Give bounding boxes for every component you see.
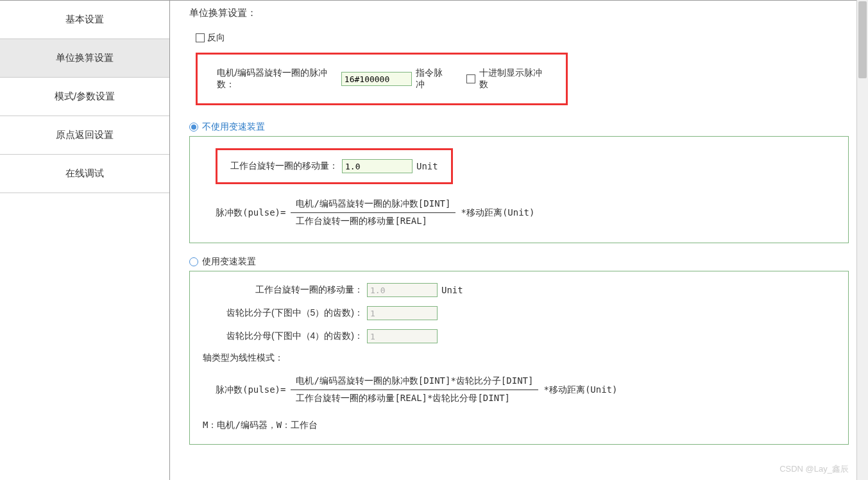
gear-move-per-rev-unit: Unit bbox=[441, 285, 463, 295]
sidebar-item-label: 模式/参数设置 bbox=[55, 90, 115, 103]
pulses-per-rev-label: 电机/编码器旋转一圈的脉冲数： bbox=[217, 67, 337, 90]
gear-move-per-rev-label: 工作台旋转一圈的移动量： bbox=[216, 284, 363, 296]
sidebar: 基本设置 单位换算设置 模式/参数设置 原点返回设置 在线调试 bbox=[0, 1, 170, 480]
formula-left: 脉冲数(pulse)= bbox=[216, 384, 285, 396]
move-per-rev-unit: Unit bbox=[416, 161, 438, 171]
sidebar-item-label: 原点返回设置 bbox=[56, 129, 114, 141]
sidebar-item-basic-settings[interactable]: 基本设置 bbox=[0, 1, 169, 39]
sidebar-item-homing[interactable]: 原点返回设置 bbox=[0, 116, 169, 155]
formula-left: 脉冲数(pulse)= bbox=[216, 207, 285, 219]
window-scrollbar[interactable] bbox=[856, 0, 868, 480]
radio-no-gear[interactable] bbox=[189, 123, 198, 132]
sidebar-item-online-debug[interactable]: 在线调试 bbox=[0, 155, 169, 193]
legend-text: M：电机/编码器，W：工作台 bbox=[203, 420, 835, 431]
sidebar-item-unit-conversion[interactable]: 单位换算设置 bbox=[0, 39, 169, 78]
formula-denominator: 工作台旋转一圈的移动量[REAL] bbox=[291, 213, 455, 230]
formula-numerator: 电机/编码器旋转一圈的脉冲数[DINT] bbox=[291, 196, 455, 213]
no-gear-group: 工作台旋转一圈的移动量： Unit 脉冲数(pulse)= 电机/编码器旋转一圈… bbox=[189, 136, 849, 243]
gear-numerator-label: 齿轮比分子(下图中（5）的齿数)： bbox=[216, 307, 363, 319]
use-gear-formula: 脉冲数(pulse)= 电机/编码器旋转一圈的脉冲数[DINT]*齿轮比分子[D… bbox=[216, 373, 835, 407]
radio-use-gear[interactable] bbox=[189, 257, 198, 266]
radio-use-gear-label: 使用变速装置 bbox=[202, 256, 256, 268]
gear-numerator-input bbox=[367, 306, 438, 320]
decimal-display-label: 十进制显示脉冲数 bbox=[479, 67, 547, 90]
sidebar-item-label: 单位换算设置 bbox=[56, 52, 114, 64]
gear-move-per-rev-input bbox=[367, 283, 438, 297]
reverse-checkbox[interactable] bbox=[196, 33, 205, 42]
formula-right: *移动距离(Unit) bbox=[461, 207, 534, 219]
formula-numerator: 电机/编码器旋转一圈的脉冲数[DINT]*齿轮比分子[DINT] bbox=[291, 373, 538, 390]
move-per-rev-highlight: 工作台旋转一圈的移动量： Unit bbox=[216, 148, 453, 184]
gear-denominator-label: 齿轮比分母(下图中（4）的齿数)： bbox=[216, 330, 363, 342]
formula-denominator: 工作台旋转一圈的移动量[REAL]*齿轮比分母[DINT] bbox=[291, 390, 538, 407]
use-gear-group: 工作台旋转一圈的移动量： Unit 齿轮比分子(下图中（5）的齿数)： 齿轮比分… bbox=[189, 271, 849, 445]
radio-no-gear-label: 不使用变速装置 bbox=[202, 121, 265, 133]
pulses-per-rev-input[interactable] bbox=[341, 72, 412, 86]
content-pane: 单位换算设置： 反向 电机/编码器旋转一圈的脉冲数： 指令脉冲 十进制显示脉冲数… bbox=[170, 1, 868, 480]
decimal-display-checkbox[interactable] bbox=[466, 74, 475, 83]
pulses-per-rev-highlight: 电机/编码器旋转一圈的脉冲数： 指令脉冲 十进制显示脉冲数 bbox=[196, 53, 568, 105]
sidebar-item-label: 在线调试 bbox=[65, 167, 104, 180]
move-per-rev-input[interactable] bbox=[342, 159, 413, 173]
watermark: CSDN @Lay_鑫辰 bbox=[779, 463, 849, 475]
formula-right: *移动距离(Unit) bbox=[543, 384, 617, 396]
move-per-rev-label: 工作台旋转一圈的移动量： bbox=[230, 160, 338, 172]
pulses-per-rev-unit: 指令脉冲 bbox=[416, 67, 450, 90]
reverse-label: 反向 bbox=[207, 32, 225, 44]
no-gear-formula: 脉冲数(pulse)= 电机/编码器旋转一圈的脉冲数[DINT] 工作台旋转一圈… bbox=[216, 196, 835, 230]
sidebar-item-label: 基本设置 bbox=[65, 13, 104, 26]
section-title: 单位换算设置： bbox=[189, 7, 849, 19]
gear-denominator-input bbox=[367, 329, 438, 343]
axis-mode-label: 轴类型为线性模式： bbox=[203, 352, 835, 364]
sidebar-item-mode-params[interactable]: 模式/参数设置 bbox=[0, 78, 169, 116]
